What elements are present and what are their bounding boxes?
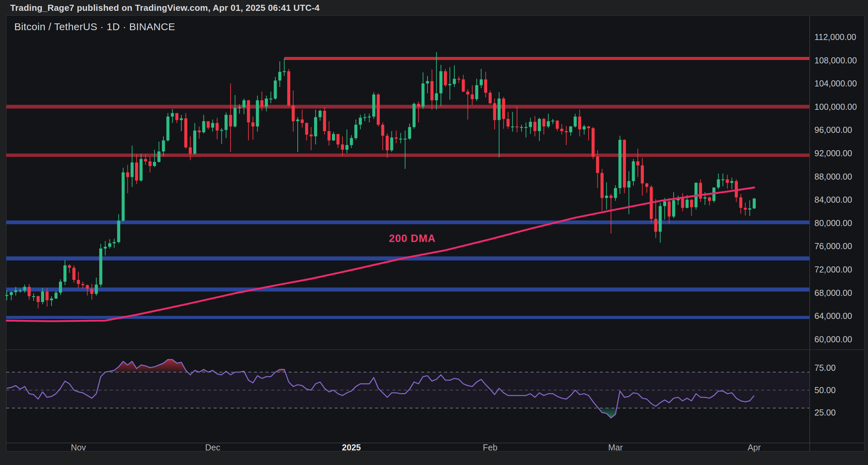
candle-body (386, 136, 389, 150)
rsi-axis-label: 50.00 (814, 385, 836, 395)
candle-body (372, 95, 375, 117)
candle-body (627, 181, 630, 187)
candle-body (654, 219, 657, 232)
price-axis-label: 100,000.00 (814, 102, 857, 112)
candle-body (341, 144, 344, 149)
candle-body (247, 100, 250, 122)
price-axis-label: 112,000.00 (814, 32, 856, 42)
candle-body (377, 95, 380, 125)
candle-body (744, 208, 747, 209)
rsi-axis-label: 25.00 (814, 408, 836, 418)
candle-body (399, 139, 402, 140)
candle-body (381, 125, 384, 136)
candle-body (681, 198, 684, 208)
candle-body (193, 130, 196, 154)
candle-body (274, 81, 277, 99)
candle-body (131, 162, 134, 177)
price-axis-label: 72,000.00 (814, 265, 852, 275)
candle-body (238, 107, 241, 108)
candle-body (10, 292, 13, 295)
candle-body (395, 138, 398, 139)
time-axis-label: Dec (205, 443, 220, 451)
candle-body (283, 71, 286, 72)
candle-body (41, 291, 44, 302)
candle-body (292, 105, 295, 121)
candle-body (480, 79, 483, 85)
dma-annotation-label: 200 DMA (389, 232, 436, 245)
candle-body (171, 113, 174, 117)
candle-body (59, 282, 62, 293)
candle-body (448, 84, 451, 85)
candle-body (296, 120, 299, 121)
candle-body (224, 115, 228, 130)
candle-body (417, 104, 420, 107)
candle-body (73, 268, 76, 280)
candle-body (50, 299, 53, 300)
candle-body (439, 71, 442, 93)
candle-body (77, 280, 80, 284)
dma-line[interactable] (7, 187, 754, 321)
time-axis-label: Feb (483, 443, 497, 451)
candle-body (117, 221, 120, 242)
price-axis-label: 76,000.00 (814, 241, 852, 251)
candle-body (708, 197, 711, 201)
candle-body (605, 196, 608, 198)
candle-body (99, 248, 102, 284)
candle-body (403, 139, 407, 140)
candle-body (542, 119, 546, 126)
candle-body (390, 138, 393, 150)
rsi-axis-label: 75.00 (814, 363, 836, 372)
candle-body (686, 200, 689, 208)
tradingview-snapshot: Trading_Rage7 published on TradingView.c… (0, 0, 868, 465)
candle-body (444, 71, 447, 85)
candle-body (556, 121, 559, 129)
candle-body (525, 127, 528, 128)
candle-body (63, 265, 66, 282)
candle-body (202, 121, 205, 133)
candle-body (722, 179, 725, 180)
candle-body (435, 93, 438, 100)
candle-body (198, 130, 201, 132)
candle-body (529, 122, 532, 127)
candle-body (699, 183, 702, 198)
candle-body (574, 117, 577, 126)
price-axis-label: 64,000.00 (814, 311, 852, 321)
candle-body (426, 81, 429, 83)
candle-body (520, 127, 523, 128)
candle-body (583, 126, 586, 129)
candle-body (565, 131, 568, 132)
candle-body (502, 99, 505, 119)
price-axis-label: 80,000.00 (814, 218, 852, 228)
candle-body (489, 93, 492, 103)
candle-body (162, 140, 165, 151)
candle-body (5, 295, 8, 296)
candle-body (175, 113, 178, 120)
candle-body (350, 138, 353, 145)
candle-body (184, 118, 188, 147)
candle-body (484, 79, 487, 93)
time-axis-label: Mar (608, 443, 623, 451)
candle-body (641, 165, 644, 183)
candle-body (242, 100, 245, 107)
candle-body (466, 92, 469, 95)
candle-body (45, 291, 48, 300)
candle-body (359, 118, 362, 125)
candle-body (23, 287, 26, 290)
candle-body (739, 197, 742, 208)
candle-body (533, 122, 536, 131)
candle-body (310, 135, 313, 136)
candle-body (234, 108, 237, 126)
candle-body (569, 126, 572, 132)
candle-body (431, 81, 434, 100)
candle-body (515, 126, 518, 127)
candle-body (305, 123, 308, 135)
candle-body (113, 242, 116, 243)
candle-body (368, 117, 371, 118)
candle-body (498, 99, 501, 120)
candle-body (229, 115, 232, 126)
candle-body (600, 173, 604, 198)
candle-body (596, 157, 599, 173)
candle-body (547, 121, 550, 126)
candle-body (149, 161, 152, 166)
candle-body (104, 247, 107, 248)
